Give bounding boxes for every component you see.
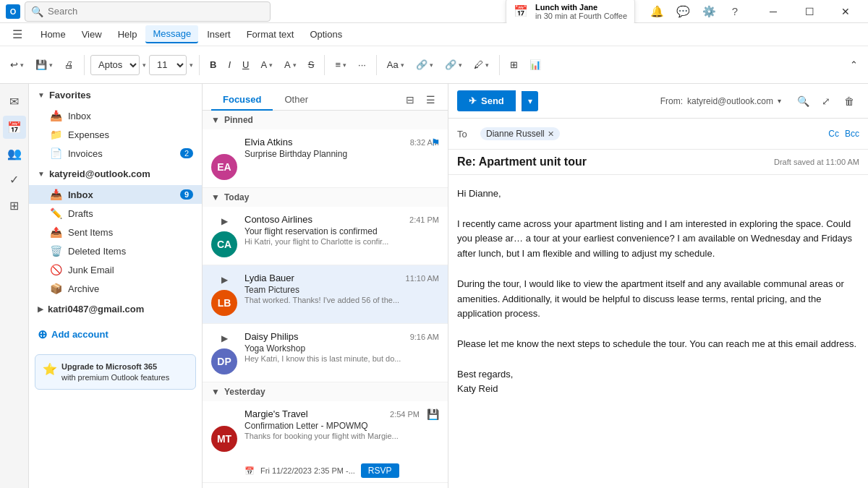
account1-header[interactable]: ▼ katyreid@outlook.com [29, 163, 202, 185]
email-item-daisy[interactable]: ▶ DP Daisy Philips 9:16 AM Yoga Workshop… [203, 324, 448, 382]
favorites-header[interactable]: ▼ Favorites [29, 84, 202, 106]
sidebar-tasks-icon[interactable]: ✓ [3, 168, 26, 191]
email-top-margie: Margie's Travel 2:54 PM [244, 408, 420, 419]
compose-from: From: katyreid@outlook.com ▾ [660, 96, 781, 106]
sidebar-apps-icon[interactable]: ⊞ [3, 194, 26, 217]
font-family-select[interactable]: Aptos [90, 55, 140, 75]
text-color-button[interactable]: A ▾ [280, 52, 301, 78]
settings-icon[interactable]: ⚙️ [699, 1, 719, 22]
expand-elvia[interactable] [217, 137, 231, 151]
email-item-amanda[interactable]: ▶ AB Amanda Brady 1:18 PM Apartment Park… [203, 483, 448, 488]
inbox-fav-label: Inbox [68, 111, 193, 121]
menu-options[interactable]: Options [302, 26, 349, 43]
subject-text: Re: Apartment unit tour [457, 155, 587, 168]
link-button[interactable]: 🔗 ▾ [412, 52, 438, 78]
popout-button[interactable]: ⤢ [816, 91, 836, 111]
font-size-select[interactable]: 11 [149, 55, 187, 75]
maximize-button[interactable]: ☐ [793, 0, 826, 23]
account2-header[interactable]: ▶ katri0487@gmail.com [29, 298, 202, 320]
group-yesterday[interactable]: ▼ Yesterday [203, 382, 448, 401]
favorites-label: Favorites [49, 90, 91, 100]
more-button[interactable]: ··· [354, 52, 370, 78]
tab-focused[interactable]: Focused [211, 90, 273, 111]
group-pinned[interactable]: ▼ Pinned [203, 111, 448, 129]
menu-help[interactable]: Help [111, 26, 145, 43]
sidebar-item-invoices[interactable]: 📄 Invoices 2 [29, 144, 202, 163]
zoom-button[interactable]: 🔍 [793, 91, 813, 111]
expand-daisy[interactable]: ▶ [217, 331, 231, 346]
styles-button[interactable]: Aa ▾ [383, 52, 409, 78]
italic-button[interactable]: I [224, 52, 235, 78]
strikethrough-button[interactable]: S [304, 52, 319, 78]
save-button[interactable]: 💾 ▾ [31, 52, 57, 78]
email-item-margie[interactable]: MT Margie's Travel 2:54 PM Confirmation … [203, 401, 448, 483]
sidebar-item-junk[interactable]: 🚫 Junk Email [29, 260, 202, 279]
sidebar-item-inbox-fav[interactable]: 📥 Inbox [29, 106, 202, 125]
email-item-elvia[interactable]: EA Elvia Atkins 8:32 AM Surprise Birthda… [203, 129, 448, 188]
sidebar-item-sent[interactable]: 📤 Sent Items [29, 223, 202, 241]
compose-body[interactable]: Hi Dianne, I recently came across your a… [448, 175, 868, 488]
sidebar-item-drafts[interactable]: ✏️ Drafts [29, 204, 202, 223]
body-line-9: Best regards, [457, 367, 859, 382]
bold-button[interactable]: B [205, 52, 221, 78]
subject-contoso: Your flight reservation is confirmed [244, 226, 439, 236]
add-account-button[interactable]: ⊕ Add account [29, 320, 202, 348]
underline-button[interactable]: U [238, 52, 253, 78]
sidebar-calendar-icon[interactable]: 📅 [3, 116, 26, 139]
account1-chevron: ▼ [38, 170, 45, 178]
notification-bell-icon[interactable]: 🔔 [647, 1, 667, 22]
email-item-contoso[interactable]: ▶ CA Contoso Airlines 2:41 PM Your fligh… [203, 207, 448, 265]
chat-icon[interactable]: 💬 [673, 1, 693, 22]
menu-message[interactable]: Message [145, 25, 198, 43]
calendar-rsvp-icon: 📅 [244, 466, 255, 476]
send-dropdown-button[interactable]: ▾ [522, 91, 538, 111]
recipient-chip[interactable]: Dianne Russell ✕ [480, 127, 560, 140]
sidebar-item-archive[interactable]: 📦 Archive [29, 279, 202, 298]
today-chevron: ▼ [211, 192, 220, 202]
split-view-button[interactable]: ⊟ [401, 91, 419, 108]
expand-contoso[interactable]: ▶ [217, 214, 231, 228]
preview-lydia: That worked. Thanks! I've added 56 of th… [244, 296, 439, 304]
menu-home[interactable]: Home [33, 26, 73, 43]
sidebar-item-expenses[interactable]: 📁 Expenses [29, 125, 202, 144]
collapse-ribbon-button[interactable]: ⌃ [846, 52, 862, 78]
group-today[interactable]: ▼ Today [203, 188, 448, 207]
bullets-button[interactable]: ≡ ▾ [331, 52, 351, 78]
expand-margie[interactable] [217, 408, 231, 423]
send-button[interactable]: ✈ Send [457, 90, 516, 111]
expand-lydia[interactable]: ▶ [217, 273, 231, 287]
close-button[interactable]: ✕ [829, 0, 862, 23]
undo-button[interactable]: ↩ ▾ [6, 52, 28, 78]
menu-view[interactable]: View [75, 26, 109, 43]
email-item-lydia[interactable]: ▶ LB Lydia Bauer 11:10 AM Team Pictures … [203, 265, 448, 324]
invoices-label: Invoices [68, 148, 174, 159]
menu-format-text[interactable]: Format text [239, 26, 302, 43]
sidebar-contacts-icon[interactable]: 👥 [3, 142, 26, 165]
highlight2-button[interactable]: 🖊 ▾ [469, 52, 493, 78]
subject-margie: Confirmation Letter - MPOWMQ [244, 421, 420, 431]
search-box[interactable]: 🔍 [25, 1, 271, 22]
help-icon[interactable]: ? [725, 1, 745, 22]
print-button[interactable]: 🖨 [60, 52, 78, 78]
sidebar-item-inbox[interactable]: 📥 Inbox 9 [29, 185, 202, 204]
delete-draft-button[interactable]: 🗑 [839, 91, 859, 111]
link2-button[interactable]: 🔗 ▾ [441, 52, 467, 78]
chart-button[interactable]: 📊 [525, 52, 545, 78]
table-button[interactable]: ⊞ [506, 52, 522, 78]
inbox-label: Inbox [68, 189, 174, 200]
minimize-button[interactable]: ─ [757, 0, 790, 23]
from-label: From: [660, 96, 683, 106]
cc-button[interactable]: Cc [828, 129, 839, 139]
menu-insert[interactable]: Insert [200, 26, 238, 43]
remove-recipient-button[interactable]: ✕ [548, 129, 554, 139]
sidebar-item-deleted[interactable]: 🗑️ Deleted Items [29, 241, 202, 260]
rsvp-button[interactable]: RSVP [361, 463, 399, 478]
bcc-button[interactable]: Bcc [845, 129, 859, 139]
hamburger-menu[interactable]: ☰ [6, 23, 29, 46]
drafts-label: Drafts [68, 208, 193, 219]
search-input[interactable] [48, 6, 264, 17]
filter-button[interactable]: ☰ [422, 91, 439, 108]
sidebar-mail-icon[interactable]: ✉ [3, 90, 26, 113]
highlight-button[interactable]: A ▾ [256, 52, 277, 78]
tab-other[interactable]: Other [273, 90, 320, 111]
